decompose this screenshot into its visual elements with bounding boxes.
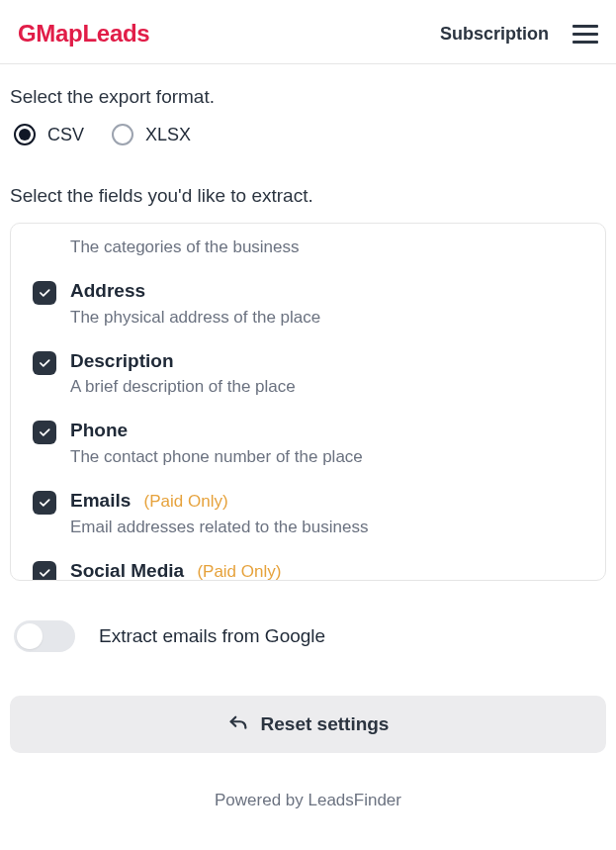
radio-button-icon (14, 124, 36, 145)
paid-tag: (Paid Only) (144, 492, 228, 511)
field-title-text: Social Media (70, 560, 184, 581)
radio-label: XLSX (145, 125, 191, 145)
field-title: Phone (70, 419, 591, 443)
header: GMapLeads Subscription (0, 0, 616, 64)
radio-label: CSV (47, 125, 84, 145)
export-format-radio-group: CSV XLSX (10, 124, 606, 145)
field-row-phone[interactable]: Phone The contact phone number of the pl… (25, 411, 591, 481)
fields-box[interactable]: The categories of the business Address T… (10, 223, 606, 581)
extract-emails-toggle-row: Extract emails from Google (10, 620, 606, 652)
checkbox-icon[interactable] (33, 281, 56, 305)
menu-icon[interactable] (572, 21, 598, 47)
field-desc: The physical address of the place (70, 308, 591, 328)
radio-xlsx[interactable]: XLSX (112, 124, 191, 145)
toggle-label: Extract emails from Google (99, 625, 325, 647)
field-row-social-media[interactable]: Social Media (Paid Only) (25, 551, 591, 581)
reset-label: Reset settings (261, 713, 390, 735)
field-title-text: Emails (70, 490, 131, 511)
field-desc: The contact phone number of the place (70, 447, 591, 467)
toggle-knob (17, 623, 43, 649)
field-title: Description (70, 349, 591, 374)
radio-csv[interactable]: CSV (14, 124, 84, 145)
field-desc: The categories of the business (70, 237, 591, 257)
extract-emails-toggle[interactable] (14, 620, 75, 652)
field-desc: A brief description of the place (70, 377, 591, 397)
field-row-categories[interactable]: The categories of the business (25, 234, 591, 271)
undo-icon (227, 713, 249, 735)
reset-settings-button[interactable]: Reset settings (10, 696, 606, 753)
content: Select the export format. CSV XLSX Selec… (0, 64, 616, 810)
field-title: Address (70, 279, 591, 304)
field-row-emails[interactable]: Emails (Paid Only) Email addresses relat… (25, 481, 591, 551)
footer-text: Powered by LeadsFinder (10, 791, 606, 810)
checkbox-icon[interactable] (33, 421, 56, 444)
paid-tag: (Paid Only) (197, 562, 281, 581)
fields-label: Select the fields you'd like to extract. (10, 185, 606, 207)
checkbox-icon[interactable] (33, 491, 56, 515)
radio-button-icon (112, 124, 133, 145)
logo[interactable]: GMapLeads (18, 20, 149, 47)
field-row-address[interactable]: Address The physical address of the plac… (25, 271, 591, 341)
checkbox-icon[interactable] (33, 351, 56, 375)
field-title: Social Media (Paid Only) (70, 559, 591, 581)
export-format-label: Select the export format. (10, 86, 606, 108)
checkbox-icon[interactable] (33, 561, 56, 581)
subscription-link[interactable]: Subscription (440, 24, 549, 45)
field-desc: Email addresses related to the business (70, 518, 591, 537)
header-right: Subscription (440, 21, 598, 47)
field-row-description[interactable]: Description A brief description of the p… (25, 341, 591, 412)
field-title: Emails (Paid Only) (70, 489, 591, 514)
